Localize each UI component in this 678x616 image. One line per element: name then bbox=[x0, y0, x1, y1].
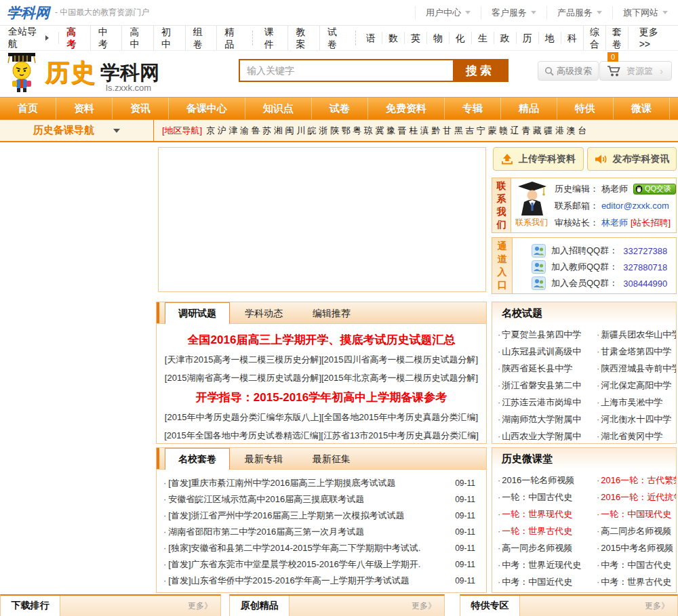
nav-subject-hua[interactable]: 化 bbox=[449, 32, 471, 44]
nav-zhongkao[interactable]: 中考 bbox=[90, 26, 122, 50]
qq-chat-button[interactable]: QQ交谈 bbox=[633, 184, 676, 194]
nav-subject-di[interactable]: 地 bbox=[538, 32, 561, 44]
micro-class-link[interactable]: 2015中考名师视频 bbox=[597, 539, 676, 556]
tab-subject-news[interactable]: 学科动态 bbox=[230, 302, 298, 323]
paper-link[interactable]: [首发]浙江省严州中学2016届高三上学期第一次模拟考试试题 bbox=[163, 510, 405, 522]
more-link[interactable]: 更多》 bbox=[188, 596, 220, 616]
school-link[interactable]: 山西农业大学附属中 bbox=[498, 428, 597, 445]
school-link[interactable]: 上海市吴淞中学 bbox=[597, 394, 676, 411]
upload-material-button[interactable]: 上传学科资料 bbox=[493, 147, 584, 171]
nav-gaozhong[interactable]: 高中 bbox=[121, 26, 153, 50]
webmaster-recruit-link[interactable]: [站长招聘] bbox=[631, 217, 671, 229]
main-nav-home[interactable]: 首页 bbox=[0, 98, 56, 119]
micro-class-link[interactable]: 中考：中国古代史 bbox=[597, 556, 676, 573]
menu-sub-sites[interactable]: 旗下网站 bbox=[612, 6, 678, 20]
nav-subject-yu[interactable]: 语 bbox=[360, 32, 382, 44]
avatar-caption[interactable]: 联系我们 bbox=[515, 217, 548, 228]
school-link[interactable]: 江苏连云港市岗埠中 bbox=[498, 394, 597, 411]
micro-class-link[interactable]: 中考：世界古代史 bbox=[597, 573, 676, 590]
subject-logo[interactable]: 历史 bbox=[45, 56, 96, 89]
school-link[interactable]: 陕西澄城县寺前中学 bbox=[597, 360, 676, 377]
main-nav-jingpin[interactable]: 精品 bbox=[501, 98, 557, 119]
tab-famous-papers[interactable]: 名校套卷 bbox=[165, 448, 230, 470]
qq-group-number[interactable]: 308444990 bbox=[623, 279, 667, 289]
main-nav-zhishidian[interactable]: 知识点 bbox=[245, 98, 312, 119]
school-link[interactable]: 湖北省黄冈中学 bbox=[597, 428, 676, 445]
qq-group-number[interactable]: 332727388 bbox=[623, 246, 667, 256]
school-link[interactable]: 新疆兵团农华山中学 bbox=[597, 326, 676, 343]
main-nav-zhuanji[interactable]: 专辑 bbox=[445, 98, 501, 119]
nav-jingpin[interactable]: 精品 bbox=[216, 26, 248, 50]
qq-group-number[interactable]: 327880718 bbox=[623, 262, 667, 272]
school-link[interactable]: 河北保定高阳中学 bbox=[597, 377, 676, 394]
menu-customer-service[interactable]: 客户服务 bbox=[481, 6, 546, 20]
nav-kejian[interactable]: 课件 bbox=[257, 26, 288, 50]
research-line-link[interactable]: [天津市2015高考一模二模三模历史分解][2015四川省高考一模二模历史试题分… bbox=[162, 350, 481, 369]
auditor-link[interactable]: 林老师 bbox=[601, 217, 628, 229]
school-link[interactable]: 湖南师范大学附属中 bbox=[498, 411, 597, 428]
main-nav-zixun[interactable]: 资讯 bbox=[113, 98, 169, 119]
micro-class-link[interactable]: 一轮：中国古代史 bbox=[498, 489, 597, 506]
nav-subject-zonghe[interactable]: 综合 bbox=[583, 26, 605, 50]
tab-editor-picks[interactable]: 编辑推荐 bbox=[298, 302, 365, 323]
nav-subject-ying[interactable]: 英 bbox=[404, 32, 426, 44]
advanced-search-button[interactable]: 高级搜索 bbox=[538, 61, 599, 81]
paper-link[interactable]: 安徽省皖江区域示范高中2016届高三摸底联考试题 bbox=[163, 493, 364, 506]
paper-link[interactable]: [首发]广东省东莞市中堂星晨学校2015-2016学年八年级上学期开. bbox=[163, 558, 420, 571]
main-nav-tegong[interactable]: 特供 bbox=[557, 98, 614, 119]
school-link[interactable]: 山东冠县武训高级中 bbox=[498, 343, 597, 360]
micro-class-link[interactable]: 一轮：中国现代史 bbox=[597, 506, 676, 522]
tab-research-questions[interactable]: 调研试题 bbox=[165, 302, 230, 324]
more-link[interactable]: 更多》 bbox=[412, 596, 444, 616]
research-line-link[interactable]: [2015年全国各地中考历史试卷精选汇编][江苏省13市2015中考历史真题分类… bbox=[162, 426, 481, 445]
resource-basket-button[interactable]: 资源篮 › bbox=[599, 61, 672, 81]
more-link[interactable]: 更多》 bbox=[645, 596, 677, 616]
tab-latest-albums[interactable]: 最新专辑 bbox=[230, 448, 298, 469]
nav-subject-ke[interactable]: 科 bbox=[561, 32, 583, 44]
micro-class-link[interactable]: 中考：中国近代史 bbox=[498, 573, 597, 590]
main-nav-free-resources[interactable]: 免费资料 bbox=[368, 98, 445, 119]
nav-subject-zheng[interactable]: 政 bbox=[494, 32, 516, 44]
tab-special-supply[interactable]: 特供专区 bbox=[460, 596, 520, 616]
micro-class-link[interactable]: 2016一轮：近代抗争 bbox=[597, 489, 676, 506]
tab-latest-collections[interactable]: 最新征集 bbox=[298, 448, 365, 469]
school-link[interactable]: 浙江省磐安县第二中 bbox=[498, 377, 597, 394]
research-line-link[interactable]: [2015湖南省高考一模二模历史试题分解][2015年北京高考一模二模历史试题分… bbox=[162, 369, 481, 387]
micro-class-link[interactable]: 一轮：世界古代史 bbox=[498, 522, 597, 539]
nav-more[interactable]: 更多>> bbox=[628, 32, 678, 44]
nav-subject-taojuan[interactable]: 套卷 bbox=[605, 26, 628, 50]
nav-subject-li[interactable]: 历 bbox=[516, 32, 538, 44]
tab-original-premium[interactable]: 原创精品 bbox=[230, 596, 290, 616]
menu-product-service[interactable]: 产品服务 bbox=[546, 6, 612, 20]
nav-subject-sheng[interactable]: 生 bbox=[471, 32, 494, 44]
micro-class-link[interactable]: 中考：世界近现代史 bbox=[498, 556, 597, 573]
all-site-nav-button[interactable]: 全站导航 bbox=[0, 26, 58, 50]
school-link[interactable]: 河北衡水十四中学 bbox=[597, 411, 676, 428]
micro-class-link[interactable]: 高一同步名师视频 bbox=[498, 539, 597, 556]
nav-gaokao[interactable]: 高考 bbox=[59, 26, 90, 50]
paper-link[interactable]: 湖南省邵阳市第二中学2016届高三第一次月考试题 bbox=[163, 526, 364, 538]
micro-class-link[interactable]: 2016一轮：古代繁荣 bbox=[597, 472, 676, 489]
research-headline-link[interactable]: 全国2016届高三上学期开学、摸底考试历史试题汇总 bbox=[162, 329, 481, 350]
main-nav-shijuan[interactable]: 试卷 bbox=[312, 98, 368, 119]
region-links[interactable]: 京 沪 津 渝 鲁 苏 湘 闽 川 皖 浙 陕 鄂 粤 琼 冀 豫 晋 桂 滇 … bbox=[206, 125, 586, 137]
main-nav-weike[interactable]: 微课 bbox=[614, 98, 670, 119]
paper-link[interactable]: [独家]安徽省和县第二中学2014-2015学年高二下学期期中考试试. bbox=[163, 542, 420, 554]
paper-link[interactable]: [首发]重庆市綦江南州中学2016届高三上学期摸底考试试题 bbox=[163, 477, 396, 489]
nav-subject-shu[interactable]: 数 bbox=[382, 32, 404, 44]
nav-shijuan[interactable]: 试卷 bbox=[319, 26, 351, 50]
research-headline-link[interactable]: 开学指导：2015-2016学年初高中上学期备课参考 bbox=[162, 387, 481, 408]
paper-link[interactable]: [首发]山东省华侨中学2015-2016学年高一上学期开学考试试题 bbox=[163, 575, 410, 587]
micro-class-link[interactable]: 一轮：世界现代史 bbox=[498, 506, 597, 522]
tab-download-ranking[interactable]: 下载排行 bbox=[1, 596, 60, 616]
research-line-link[interactable]: [2015年中考历史题分类汇编华东版八上][全国各地2015年中考历史真题分类汇… bbox=[162, 408, 481, 426]
search-button[interactable]: 搜索 bbox=[453, 60, 507, 81]
nav-subject-wu[interactable]: 物 bbox=[426, 32, 449, 44]
main-nav-ziliao[interactable]: 资料 bbox=[56, 98, 113, 119]
publish-news-button[interactable]: 发布学科资讯 bbox=[587, 147, 677, 171]
nav-jiaoan[interactable]: 教案 bbox=[287, 26, 319, 50]
micro-class-link[interactable]: 2016一轮名师视频 bbox=[498, 472, 597, 489]
school-link[interactable]: 甘肃金塔第四中学 bbox=[597, 343, 676, 360]
search-input[interactable] bbox=[240, 60, 453, 81]
prep-nav-dropdown[interactable]: 历史备课导航 bbox=[0, 120, 154, 141]
